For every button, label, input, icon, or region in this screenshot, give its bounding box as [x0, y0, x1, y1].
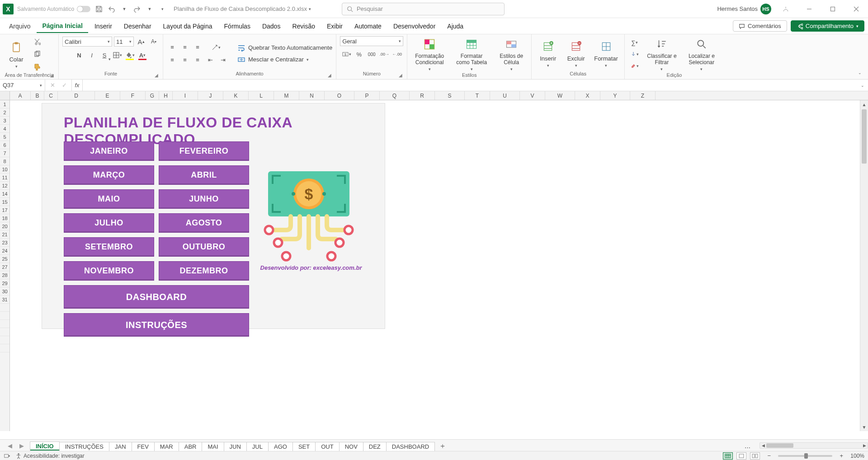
- month-button-setembro[interactable]: SETEMBRO: [64, 237, 154, 257]
- accounting-format-icon[interactable]: $▾: [341, 49, 352, 60]
- horizontal-scrollbar[interactable]: ◀ ▶: [760, 442, 868, 449]
- month-button-maio[interactable]: MAIO: [64, 189, 154, 209]
- font-color-icon[interactable]: A▾: [137, 50, 148, 61]
- comma-style-icon[interactable]: 000: [366, 49, 377, 60]
- column-header[interactable]: N: [299, 91, 325, 100]
- align-top-icon[interactable]: ≡: [167, 42, 178, 53]
- record-macro-icon[interactable]: [4, 453, 10, 459]
- row-header[interactable]: 18: [0, 214, 9, 222]
- chevron-down-icon[interactable]: ▼: [119, 4, 129, 14]
- expand-formula-bar-icon[interactable]: ⌄: [857, 80, 868, 91]
- column-header[interactable]: J: [198, 91, 223, 100]
- scrollbar-thumb[interactable]: [766, 443, 793, 448]
- vertical-scrollbar[interactable]: ▲ ▼: [860, 100, 868, 431]
- row-header[interactable]: [0, 336, 9, 344]
- scroll-right-icon[interactable]: ▶: [861, 443, 868, 448]
- month-button-março[interactable]: MARÇO: [64, 165, 154, 185]
- sheet-tab-nov[interactable]: NOV: [339, 442, 363, 451]
- column-header[interactable]: H: [159, 91, 173, 100]
- column-header[interactable]: F: [120, 91, 146, 100]
- accessibility-status[interactable]: Acessibilidade: investigar: [15, 453, 85, 459]
- sheet-tab-set[interactable]: SET: [292, 442, 316, 451]
- tab-ajuda[interactable]: Ajuda: [442, 20, 469, 33]
- sheet-tab-jul[interactable]: JUL: [246, 442, 269, 451]
- row-header[interactable]: 15: [0, 198, 9, 206]
- row-header[interactable]: 8: [0, 157, 9, 165]
- row-header[interactable]: 11: [0, 174, 9, 182]
- add-sheet-button[interactable]: ＋: [437, 441, 448, 451]
- column-header[interactable]: Q: [380, 91, 410, 100]
- undo-icon[interactable]: [107, 4, 117, 14]
- bold-icon[interactable]: N: [74, 50, 85, 61]
- tab-revis-o[interactable]: Revisão: [287, 20, 321, 33]
- row-header[interactable]: 17: [0, 206, 9, 214]
- tab-layout-da-p-gina[interactable]: Layout da Página: [158, 20, 218, 33]
- row-header[interactable]: 21: [0, 230, 9, 239]
- close-icon[interactable]: [847, 3, 865, 15]
- month-button-julho[interactable]: JULHO: [64, 213, 154, 233]
- column-header[interactable]: K: [223, 91, 249, 100]
- comments-button[interactable]: Comentários: [733, 20, 787, 32]
- sheet-tab-abr[interactable]: ABR: [179, 442, 203, 451]
- ribbon-mode-icon[interactable]: [777, 3, 795, 15]
- clear-icon[interactable]: ▾: [628, 61, 641, 71]
- row-header[interactable]: 14: [0, 190, 9, 198]
- decrease-indent-icon[interactable]: ⇤: [205, 55, 216, 66]
- toggle-switch-icon[interactable]: [77, 6, 90, 12]
- column-header[interactable]: S: [435, 91, 465, 100]
- row-header[interactable]: 3: [0, 117, 9, 125]
- worksheet-grid[interactable]: 1234567810111214151718202123242527282930…: [0, 100, 868, 431]
- row-header[interactable]: 1: [0, 100, 9, 108]
- column-header[interactable]: P: [354, 91, 380, 100]
- column-header[interactable]: D: [58, 91, 95, 100]
- tab-scroll-left-icon[interactable]: ◀: [5, 440, 15, 451]
- decrease-font-icon[interactable]: A▾: [148, 36, 159, 47]
- tab-desenhar[interactable]: Desenhar: [118, 20, 157, 33]
- sheet-tab-dashboard[interactable]: DASHBOARD: [386, 442, 435, 451]
- sheet-tab-fev[interactable]: FEV: [132, 442, 155, 451]
- tab-exibir[interactable]: Exibir: [321, 20, 348, 33]
- dialog-launcher-icon[interactable]: ◢: [49, 73, 55, 78]
- column-header[interactable]: W: [545, 91, 575, 100]
- column-header[interactable]: I: [173, 91, 198, 100]
- align-bottom-icon[interactable]: ≡: [192, 42, 203, 53]
- worksheet-canvas[interactable]: PLANILHA DE FLUXO DE CAIXA DESCOMPLICADO…: [10, 100, 860, 431]
- increase-indent-icon[interactable]: ⇥: [217, 55, 228, 66]
- month-button-dezembro[interactable]: DEZEMBRO: [159, 261, 249, 281]
- row-header[interactable]: [0, 320, 9, 328]
- align-center-icon[interactable]: ≡: [179, 55, 190, 66]
- month-button-agosto[interactable]: AGOSTO: [159, 213, 249, 233]
- sheet-tab-instru-es[interactable]: INSTRUÇÕES: [59, 442, 109, 451]
- dashboard-button[interactable]: DASHBOARD: [64, 285, 249, 309]
- row-header[interactable]: 7: [0, 149, 9, 157]
- zoom-slider[interactable]: [778, 455, 832, 457]
- sheet-tab-ago[interactable]: AGO: [268, 442, 293, 451]
- column-header[interactable]: O: [325, 91, 354, 100]
- italic-icon[interactable]: I: [86, 50, 97, 61]
- name-box[interactable]: Q37 ▾: [0, 80, 45, 91]
- select-all-button[interactable]: [0, 91, 10, 100]
- column-header[interactable]: V: [520, 91, 545, 100]
- sheet-tab-dez[interactable]: DEZ: [363, 442, 387, 451]
- month-button-fevereiro[interactable]: FEVEREIRO: [159, 141, 249, 161]
- wrap-text-button[interactable]: Quebrar Texto Automaticamente: [237, 44, 332, 52]
- row-header[interactable]: 6: [0, 141, 9, 149]
- tab-inserir[interactable]: Inserir: [89, 20, 118, 33]
- fx-icon[interactable]: fx: [72, 80, 83, 91]
- increase-font-icon[interactable]: A▴: [136, 36, 146, 47]
- row-header[interactable]: 30: [0, 287, 9, 296]
- tab-scroll-right-icon[interactable]: ▶: [16, 440, 27, 451]
- percent-icon[interactable]: %: [354, 49, 364, 60]
- sheet-tab-out[interactable]: OUT: [315, 442, 339, 451]
- row-header[interactable]: 23: [0, 239, 9, 247]
- cancel-formula-icon[interactable]: ✕: [47, 80, 58, 91]
- align-left-icon[interactable]: ≡: [167, 55, 178, 66]
- page-break-view-icon[interactable]: [750, 452, 760, 460]
- normal-view-icon[interactable]: [723, 452, 733, 460]
- sort-filter-button[interactable]: Classificar e Filtrar▾: [643, 36, 680, 72]
- tab-automate[interactable]: Automate: [349, 20, 387, 33]
- collapse-ribbon-icon[interactable]: ⌄: [855, 68, 864, 77]
- column-header[interactable]: U: [490, 91, 520, 100]
- column-header[interactable]: M: [274, 91, 299, 100]
- scrollbar-thumb[interactable]: [862, 109, 867, 164]
